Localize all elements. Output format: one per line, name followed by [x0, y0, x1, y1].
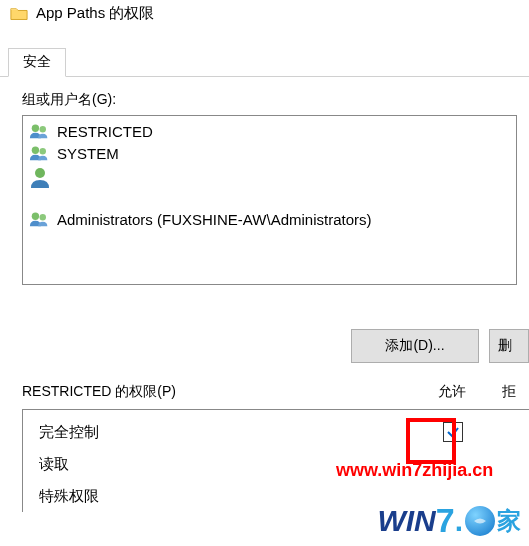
watermark-logo: WIN7.家 [377, 501, 521, 540]
principals-listbox[interactable]: RESTRICTED SYSTEM Administrators (FUXSHI… [22, 115, 517, 285]
add-button[interactable]: 添加(D)... [351, 329, 479, 363]
groups-label: 组或用户名(G): [22, 91, 529, 109]
principal-name: Administrators (FUXSHINE-AW\Administrato… [57, 211, 372, 228]
allow-checkbox[interactable] [443, 422, 463, 442]
tab-strip: 安全 [0, 47, 529, 77]
svg-point-6 [40, 214, 46, 220]
svg-point-2 [32, 147, 39, 154]
table-row: 完全控制 [23, 416, 529, 448]
svg-point-5 [32, 213, 39, 220]
list-item[interactable]: SYSTEM [25, 142, 514, 164]
users-icon [29, 122, 51, 140]
svg-point-3 [40, 148, 46, 154]
permissions-header: RESTRICTED 的权限(P) 允许 拒 [0, 383, 529, 401]
user-icon [29, 166, 51, 188]
list-item[interactable]: RESTRICTED [25, 120, 514, 142]
svg-point-0 [32, 125, 39, 132]
deny-column-header: 拒 [502, 383, 529, 401]
permission-name: 完全控制 [23, 423, 403, 442]
folder-icon [10, 6, 28, 22]
principal-name: SYSTEM [57, 145, 119, 162]
principal-name: RESTRICTED [57, 123, 153, 140]
window-titlebar: App Paths 的权限 [0, 0, 529, 27]
users-icon [29, 144, 51, 162]
svg-point-4 [35, 168, 45, 178]
tab-security[interactable]: 安全 [8, 48, 66, 77]
users-icon [29, 210, 51, 228]
remove-button[interactable]: 删 [489, 329, 529, 363]
list-item[interactable] [25, 164, 514, 190]
watermark-url: www.win7zhijia.cn [336, 460, 493, 481]
button-row: 添加(D)... 删 [0, 329, 529, 363]
permissions-owner-label: RESTRICTED 的权限(P) [22, 383, 402, 401]
permission-name: 特殊权限 [23, 487, 403, 506]
list-item[interactable]: Administrators (FUXSHINE-AW\Administrato… [25, 208, 514, 230]
allow-column-header: 允许 [402, 383, 502, 401]
svg-point-1 [40, 126, 46, 132]
window-title: App Paths 的权限 [36, 4, 154, 23]
